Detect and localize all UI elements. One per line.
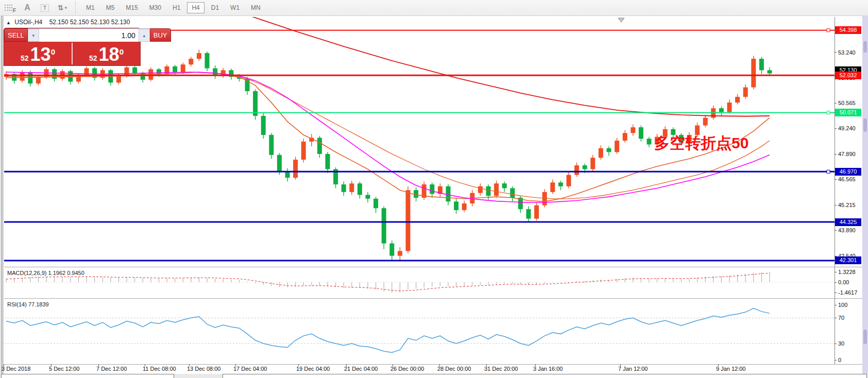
toolbar: F A T ⇅ ▾ M1M5M15M30H1H4D1W1MN bbox=[0, 0, 868, 16]
candle-body bbox=[20, 72, 25, 81]
rsi-line bbox=[6, 308, 770, 353]
rsi-axis-label: 30 bbox=[838, 340, 844, 347]
chart-annotation[interactable]: 多空转折点50 bbox=[654, 134, 748, 151]
candle-body bbox=[526, 209, 531, 218]
mt4-window: F A T ⇅ ▾ M1M5M15M30H1H4D1W1MN ▲ USOil-,… bbox=[0, 0, 868, 378]
candle-body bbox=[494, 183, 499, 196]
candle-body bbox=[599, 148, 603, 158]
line-handle[interactable] bbox=[827, 111, 830, 114]
price-tick bbox=[835, 205, 837, 205]
candle-body bbox=[398, 251, 402, 255]
timeframe-button-w1[interactable]: W1 bbox=[226, 2, 244, 13]
candle-body bbox=[735, 97, 740, 102]
candle-body bbox=[181, 64, 185, 72]
candle-body bbox=[574, 165, 579, 175]
text-tool-icon[interactable]: T bbox=[37, 1, 53, 14]
time-axis-label: 21 Dec 04:00 bbox=[344, 366, 378, 372]
rsi-indicator[interactable] bbox=[4, 299, 835, 364]
candle-body bbox=[197, 53, 201, 59]
sell-price[interactable]: 52130 bbox=[4, 42, 72, 65]
timeframe-button-h1[interactable]: H1 bbox=[168, 2, 185, 13]
candle-body bbox=[462, 203, 467, 210]
time-axis-label: 11 Dec 08:00 bbox=[143, 366, 176, 372]
line-handle[interactable] bbox=[827, 29, 830, 32]
timeframe-button-mn[interactable]: MN bbox=[246, 2, 265, 13]
candle-body bbox=[269, 135, 274, 155]
timeframe-button-d1[interactable]: D1 bbox=[207, 2, 224, 13]
time-axis-label: 3 Dec 2018 bbox=[2, 366, 30, 372]
bottom-scrollbar[interactable] bbox=[0, 374, 868, 378]
timeframe-button-m5[interactable]: M5 bbox=[101, 2, 120, 13]
candle-body bbox=[607, 148, 611, 152]
candle-body bbox=[430, 184, 434, 194]
candle-body bbox=[639, 127, 643, 139]
time-axis-label: 3 Jan 16:00 bbox=[533, 366, 563, 372]
rsi-label: RSI(14) 77.1839 bbox=[7, 301, 49, 307]
candle-body bbox=[301, 142, 306, 160]
scroll-thumb[interactable] bbox=[863, 330, 867, 344]
right-scroll-strip[interactable] bbox=[862, 15, 868, 378]
price-badge: 50.071 bbox=[835, 109, 861, 116]
candle-body bbox=[567, 175, 571, 186]
timeframe-button-m1[interactable]: M1 bbox=[81, 2, 99, 13]
scrollbar-segment[interactable] bbox=[1, 374, 174, 378]
panel-divider[interactable] bbox=[4, 267, 862, 267]
buy-price[interactable]: 52180 bbox=[73, 42, 140, 65]
time-axis-label: 9 Jan 12:00 bbox=[716, 366, 746, 372]
time-axis-line bbox=[4, 364, 862, 365]
price-tick bbox=[835, 103, 837, 104]
price-tick bbox=[835, 52, 837, 53]
rsi-tick bbox=[835, 343, 837, 344]
rsi-axis-label: 100 bbox=[838, 301, 847, 308]
volume-decrease-button[interactable]: ▾ bbox=[28, 29, 39, 42]
candle-body bbox=[623, 133, 627, 141]
time-axis-label: 7 Jan 12:00 bbox=[618, 366, 648, 372]
price-tick-label: 47.890 bbox=[838, 150, 856, 158]
time-axis-label: 26 Dec 00:00 bbox=[390, 366, 424, 372]
macd-axis-label: -1.4617 bbox=[838, 289, 857, 296]
price-tick-label: 49.240 bbox=[838, 125, 856, 132]
toolbar-separator bbox=[75, 2, 76, 14]
candle-body bbox=[317, 138, 322, 154]
candle-body bbox=[759, 59, 764, 70]
arrows-tool-icon[interactable]: ⇅ ▾ bbox=[55, 1, 70, 14]
candle-body bbox=[373, 199, 378, 208]
window-left-edge bbox=[0, 15, 4, 378]
fibonacci-tool-icon[interactable]: F bbox=[2, 1, 18, 14]
candle-body bbox=[382, 208, 386, 243]
scroll-thumb[interactable] bbox=[863, 118, 867, 132]
price-badge: 42.301 bbox=[835, 256, 861, 264]
rsi-tick bbox=[835, 318, 837, 318]
chart-shift-marker-icon[interactable] bbox=[618, 18, 624, 22]
candle-body bbox=[173, 66, 177, 72]
macd-indicator[interactable] bbox=[4, 268, 835, 298]
time-axis-label: 19 Dec 04:00 bbox=[296, 366, 330, 372]
macd-axis-label: 0.00 bbox=[838, 279, 849, 286]
sell-button[interactable]: SELL bbox=[4, 28, 28, 42]
price-tick bbox=[835, 230, 837, 231]
macd-label: MACD(12,26,9) 1.1962 0.9450 bbox=[7, 270, 84, 276]
volume-input[interactable] bbox=[39, 29, 139, 42]
text-label-tool-icon[interactable]: A bbox=[20, 1, 35, 14]
price-tick bbox=[835, 154, 837, 154]
price-tick-label: 50.565 bbox=[838, 99, 856, 107]
timeframe-button-m30[interactable]: M30 bbox=[145, 2, 166, 13]
candle-body bbox=[478, 186, 483, 193]
volume-increase-button[interactable]: ▴ bbox=[139, 29, 150, 42]
scrollbar-segment[interactable] bbox=[223, 374, 867, 378]
candle-body bbox=[768, 70, 772, 73]
rsi-tick bbox=[835, 305, 837, 305]
candle-body bbox=[695, 125, 700, 134]
line-handle[interactable] bbox=[827, 170, 830, 173]
candle-body bbox=[389, 244, 394, 256]
timeframe-button-h4[interactable]: H4 bbox=[187, 2, 204, 13]
buy-button[interactable]: BUY bbox=[150, 28, 171, 42]
price-badge: 52.032 bbox=[835, 72, 861, 79]
scroll-thumb[interactable] bbox=[863, 41, 867, 53]
candle-body bbox=[414, 190, 418, 198]
candle-body bbox=[542, 192, 547, 205]
candle-body bbox=[366, 195, 370, 198]
volume-control: ▾ ▴ bbox=[28, 28, 150, 42]
candle-body bbox=[615, 141, 619, 152]
timeframe-button-m15[interactable]: M15 bbox=[121, 2, 142, 13]
